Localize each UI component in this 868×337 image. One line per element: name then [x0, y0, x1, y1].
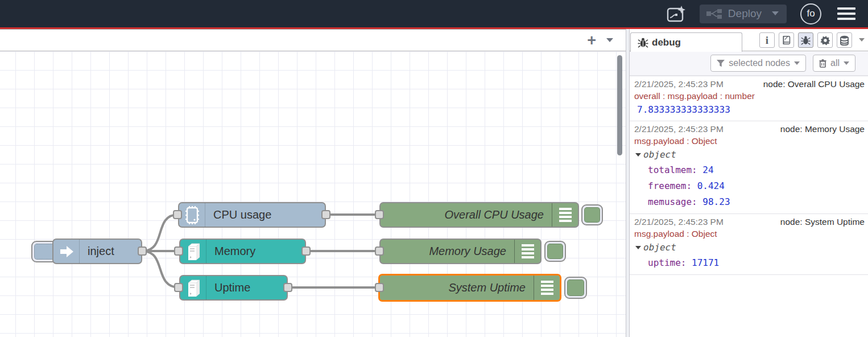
cpu-chip-icon — [179, 203, 205, 227]
bug-icon — [801, 35, 811, 45]
debug-toggle-fill — [567, 280, 584, 296]
tab-help-button[interactable] — [779, 32, 794, 48]
debug-message: 2/21/2025, 2:45:23 PM node: System Uptim… — [630, 214, 868, 275]
tab-context-button[interactable] — [837, 32, 852, 48]
canvas-vertical-scrollbar[interactable] — [617, 55, 622, 155]
filter-caret — [794, 61, 800, 65]
message-property: msg.payload : Object — [634, 135, 865, 147]
debug-message: 2/21/2025, 2:45:23 PM node: Overall CPU … — [630, 76, 868, 121]
debug-uptime-input-port[interactable] — [375, 283, 384, 292]
uptime-output-port[interactable] — [283, 283, 292, 292]
inject-arrow-icon — [53, 240, 80, 263]
message-property: overall : msg.payload : number — [634, 90, 865, 102]
info-icon: i — [766, 34, 768, 47]
debug-filter-row: selected nodes all — [630, 51, 868, 76]
tab-info-button[interactable]: i — [759, 32, 775, 48]
node-uptime[interactable]: Uptime — [179, 275, 288, 301]
debug-toggle-overall-cpu[interactable] — [581, 204, 603, 225]
node-memory[interactable]: Memory — [179, 239, 306, 264]
debug-toggle-memory-usage[interactable] — [544, 241, 566, 262]
object-field: memusage: 98.23 — [634, 194, 865, 210]
tab-debug[interactable]: debug — [630, 32, 742, 52]
debug-clear-button[interactable]: all — [813, 55, 855, 72]
object-expander[interactable]: object — [634, 147, 865, 162]
memory-input-port[interactable] — [174, 246, 183, 256]
node-debug-overall-cpu[interactable]: Overall CPU Usage — [379, 202, 579, 228]
message-value: 7.833333333333333 — [634, 102, 865, 117]
main-menu-button[interactable] — [835, 5, 858, 22]
sidebar-tab-bar: debug i — [630, 29, 868, 51]
debug-sidebar: debug i — [630, 29, 868, 337]
deploy-icon — [706, 9, 722, 19]
debug-toggle-system-uptime[interactable] — [564, 277, 587, 299]
message-node-name: node: Overall CPU Usage — [763, 78, 865, 90]
node-label: Overall CPU Usage — [381, 203, 552, 227]
uptime-input-port[interactable] — [174, 283, 183, 292]
funnel-icon — [717, 59, 725, 67]
cpu-input-port[interactable] — [173, 210, 182, 219]
sidebar-menu-caret[interactable] — [859, 38, 865, 42]
debug-toggle-fill — [547, 244, 563, 259]
debug-toggle-fill — [584, 207, 600, 223]
deploy-label: Deploy — [728, 7, 762, 20]
debug-message-list: 2/21/2025, 2:45:23 PM node: Overall CPU … — [630, 76, 868, 337]
debug-sidebar-icon — [552, 203, 578, 227]
node-cpu-usage[interactable]: CPU usage — [178, 202, 326, 228]
node-inject[interactable]: inject — [52, 239, 142, 264]
flow-canvas[interactable]: inject — [0, 51, 626, 337]
node-label: Uptime — [206, 276, 258, 299]
avatar-initials: fo — [807, 8, 815, 19]
object-expander[interactable]: object — [634, 240, 865, 255]
object-label: object — [643, 147, 676, 162]
debug-filter-label: selected nodes — [729, 58, 790, 68]
debug-clear-label: all — [830, 58, 840, 68]
user-avatar[interactable]: fo — [800, 3, 821, 24]
flow-list-caret[interactable] — [606, 38, 613, 42]
tab-debug-button[interactable] — [798, 32, 813, 48]
message-property: msg.payload : Object — [634, 228, 865, 240]
flow-tab-bar: + — [0, 30, 626, 51]
flow-canvas-column: + — [0, 29, 626, 337]
inject-output-port[interactable] — [138, 246, 147, 256]
node-label: Memory Usage — [381, 240, 514, 263]
debug-filter-button[interactable]: selected nodes — [710, 55, 806, 72]
node-label: Memory — [206, 240, 263, 263]
gear-icon — [820, 35, 830, 46]
add-flow-button[interactable]: + — [587, 33, 596, 48]
object-field: totalmem: 24 — [634, 162, 865, 178]
collapse-caret-icon — [635, 246, 641, 249]
bug-icon — [638, 37, 648, 48]
debug-memory-input-port[interactable] — [375, 246, 384, 256]
node-label: System Uptime — [380, 276, 534, 300]
node-debug-memory-usage[interactable]: Memory Usage — [379, 239, 542, 264]
collapse-caret-icon — [635, 153, 641, 157]
node-red-editor: Deploy fo + — [0, 0, 868, 337]
message-timestamp: 2/21/2025, 2:45:23 PM — [634, 216, 724, 228]
message-node-name: node: System Uptime — [780, 216, 865, 228]
deploy-options-caret[interactable] — [772, 11, 779, 15]
node-label: CPU usage — [205, 203, 279, 227]
debug-sidebar-icon — [534, 276, 560, 300]
sidebar-resize-handle[interactable] — [626, 29, 630, 337]
database-icon — [840, 35, 849, 46]
node-debug-system-uptime[interactable]: System Uptime — [378, 274, 561, 302]
debug-sidebar-icon — [514, 240, 540, 263]
memory-output-port[interactable] — [301, 246, 311, 256]
workspace-sparkle-icon[interactable] — [667, 5, 686, 22]
debug-message: 2/21/2025, 2:45:23 PM node: Memory Usage… — [630, 121, 868, 214]
tab-debug-label: debug — [652, 37, 681, 48]
server-tower-icon — [180, 240, 206, 263]
node-label: inject — [80, 240, 122, 263]
cpu-output-port[interactable] — [321, 210, 330, 219]
object-label: object — [643, 240, 676, 255]
tab-config-button[interactable] — [817, 32, 833, 48]
clear-caret — [844, 61, 849, 65]
trash-icon — [819, 59, 826, 68]
book-icon — [782, 35, 791, 45]
server-tower-icon — [180, 276, 206, 299]
deploy-button[interactable]: Deploy — [700, 5, 787, 23]
message-timestamp: 2/21/2025, 2:45:23 PM — [634, 78, 724, 90]
message-node-name: node: Memory Usage — [780, 123, 865, 135]
debug-overall-input-port[interactable] — [375, 210, 384, 219]
object-field: uptime: 17171 — [634, 255, 865, 271]
